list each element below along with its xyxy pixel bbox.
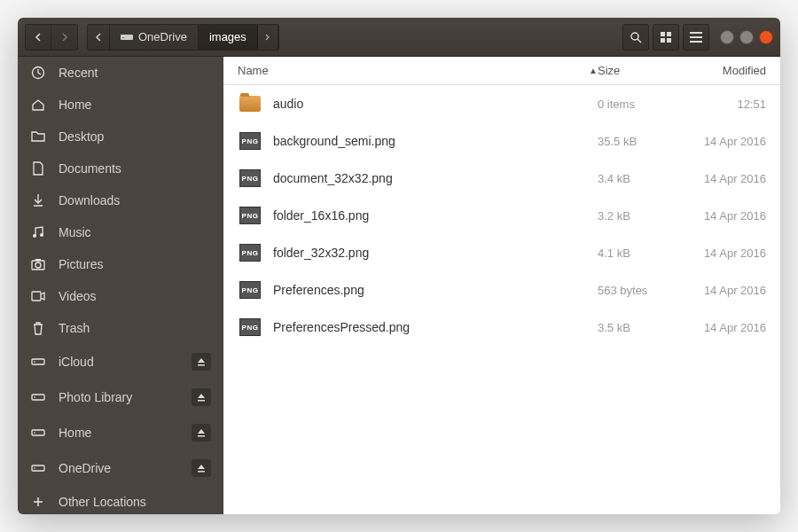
sort-ascending-icon: ▲ [589, 66, 598, 75]
file-modified: 14 Apr 2016 [677, 172, 766, 185]
breadcrumb-current[interactable]: images [199, 25, 258, 50]
file-modified: 14 Apr 2016 [677, 246, 766, 260]
svg-rect-6 [661, 38, 665, 43]
svg-rect-22 [32, 430, 44, 435]
breadcrumb-parent-label: OneDrive [138, 30, 187, 43]
trash-icon [30, 321, 46, 335]
sidebar-item-recent[interactable]: Recent [18, 57, 223, 89]
sidebar: RecentHomeDesktopDocumentsDownloadsMusic… [18, 57, 223, 514]
folder-icon [30, 130, 46, 143]
file-modified: 14 Apr 2016 [677, 321, 766, 334]
sidebar-item-label: Photo Library [59, 390, 179, 404]
column-name-label: Name [238, 64, 269, 77]
sidebar-item-onedrive[interactable]: OneDrive [18, 450, 223, 486]
drive-icon [30, 392, 46, 403]
main-pane: Name ▲ Size Modified audio0 items12:51PN… [223, 57, 780, 514]
file-row[interactable]: PNGdocument_32x32.png3.4 kB14 Apr 2016 [223, 160, 780, 197]
svg-rect-17 [32, 292, 41, 301]
sidebar-item-other-locations[interactable]: Other Locations [18, 486, 223, 514]
sidebar-item-home[interactable]: Home [18, 415, 223, 450]
column-size-label: Size [598, 64, 620, 77]
file-size: 563 bytes [598, 284, 677, 297]
sidebar-item-label: Home [59, 98, 211, 112]
list-header: Name ▲ Size Modified [223, 57, 780, 85]
column-modified-header[interactable]: Modified [677, 64, 766, 77]
svg-line-3 [638, 39, 641, 43]
camera-icon [30, 258, 46, 270]
file-row[interactable]: PNGfolder_16x16.png3.2 kB14 Apr 2016 [223, 197, 780, 234]
svg-rect-24 [32, 466, 44, 471]
sidebar-item-label: Other Locations [59, 495, 211, 509]
eject-button[interactable] [192, 353, 211, 371]
sidebar-item-music[interactable]: Music [18, 216, 223, 248]
png-file-icon: PNG [238, 280, 262, 300]
file-size: 3.4 kB [598, 172, 677, 185]
svg-point-23 [34, 432, 35, 434]
search-button[interactable] [622, 24, 649, 51]
sidebar-item-pictures[interactable]: Pictures [18, 248, 223, 280]
eject-button[interactable] [192, 424, 211, 442]
file-size: 3.5 kB [598, 321, 677, 334]
file-modified: 14 Apr 2016 [677, 135, 766, 148]
file-row[interactable]: PNGPreferencesPressed.png3.5 kB14 Apr 20… [223, 309, 780, 346]
breadcrumb-current-label: images [209, 30, 246, 43]
breadcrumb-parent[interactable]: OneDrive [110, 25, 199, 50]
svg-point-2 [631, 33, 638, 40]
svg-rect-7 [667, 38, 671, 43]
file-modified: 14 Apr 2016 [677, 209, 766, 223]
file-size: 35.5 kB [598, 135, 677, 148]
view-grid-button[interactable] [653, 24, 679, 51]
png-file-icon: PNG [238, 243, 262, 262]
file-size: 3.2 kB [598, 209, 677, 223]
video-icon [30, 291, 46, 301]
sidebar-item-photo-library[interactable]: Photo Library [18, 379, 223, 415]
sidebar-item-home[interactable]: Home [18, 89, 223, 121]
file-name: Preferences.png [273, 283, 598, 297]
minimize-button[interactable] [720, 30, 734, 44]
file-row[interactable]: PNGfolder_32x32.png4.1 kB14 Apr 2016 [223, 234, 780, 271]
file-name: document_32x32.png [273, 171, 598, 185]
file-name: background_semi.png [273, 134, 598, 148]
sidebar-item-label: Home [59, 426, 179, 440]
svg-rect-4 [661, 32, 665, 36]
sidebar-item-desktop[interactable]: Desktop [18, 121, 223, 153]
sidebar-item-downloads[interactable]: Downloads [18, 184, 223, 216]
sidebar-item-label: iCloud [59, 355, 179, 369]
svg-point-21 [34, 396, 35, 398]
column-size-header[interactable]: Size [598, 64, 677, 77]
sidebar-item-label: Downloads [59, 193, 211, 207]
file-row[interactable]: audio0 items12:51 [223, 85, 780, 122]
breadcrumb-forward-icon[interactable] [258, 25, 278, 50]
file-name: audio [273, 97, 598, 111]
svg-point-19 [34, 361, 35, 363]
folder-icon [238, 94, 262, 113]
breadcrumb-back-icon[interactable] [88, 25, 110, 50]
file-row[interactable]: PNGPreferences.png563 bytes14 Apr 2016 [223, 271, 780, 309]
forward-button[interactable] [51, 24, 78, 51]
svg-point-25 [34, 467, 35, 469]
maximize-button[interactable] [739, 30, 754, 44]
titlebar: OneDrive images [18, 18, 780, 57]
sidebar-item-label: OneDrive [59, 461, 179, 475]
sidebar-item-documents[interactable]: Documents [18, 153, 223, 184]
sidebar-item-videos[interactable]: Videos [18, 280, 223, 312]
grid-icon [661, 32, 671, 43]
clock-icon [30, 66, 46, 80]
file-name: folder_16x16.png [273, 208, 598, 223]
eject-button[interactable] [192, 388, 211, 406]
eject-button[interactable] [192, 459, 211, 477]
window-controls [720, 30, 773, 44]
sidebar-item-trash[interactable]: Trash [18, 312, 223, 344]
music-icon [30, 225, 46, 239]
hamburger-menu-button[interactable] [683, 24, 709, 51]
column-name-header[interactable]: Name ▲ [238, 64, 598, 77]
back-button[interactable] [25, 24, 51, 51]
breadcrumb: OneDrive images [87, 24, 279, 51]
file-row[interactable]: PNGbackground_semi.png35.5 kB14 Apr 2016 [223, 122, 780, 160]
sidebar-item-label: Trash [59, 321, 211, 335]
svg-point-12 [33, 234, 36, 238]
close-button[interactable] [759, 30, 773, 44]
sidebar-item-icloud[interactable]: iCloud [18, 344, 223, 379]
svg-rect-1 [122, 37, 124, 38]
svg-rect-18 [32, 359, 44, 364]
